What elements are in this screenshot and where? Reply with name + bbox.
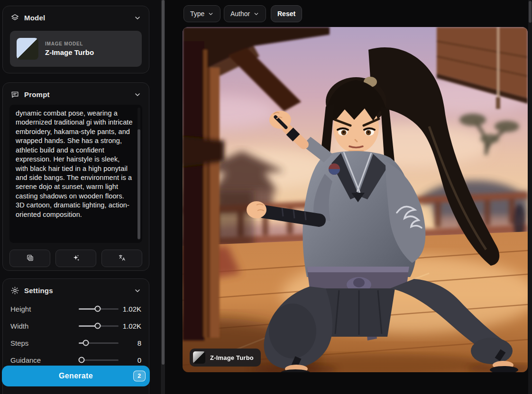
guidance-slider[interactable] (79, 357, 119, 363)
reset-filters-button[interactable]: Reset (271, 5, 302, 22)
setting-row-width: Width 1.02K (3, 317, 149, 334)
setting-value: 0 (138, 356, 141, 364)
prompt-scrollbar[interactable] (138, 107, 140, 240)
chevron-down-icon (208, 11, 214, 17)
slider-handle[interactable] (78, 357, 84, 363)
layers-icon (10, 13, 19, 22)
height-slider[interactable] (79, 305, 119, 312)
chevron-down-icon[interactable] (134, 287, 141, 295)
setting-label: Width (10, 322, 28, 330)
steps-slider[interactable] (79, 340, 119, 346)
chevron-down-icon (253, 11, 259, 17)
random-prompt-button[interactable] (9, 250, 50, 267)
prompt-actions (9, 250, 142, 267)
setting-row-height: Height 1.02K (3, 300, 149, 317)
prompt-scrollbar-thumb[interactable] (138, 129, 140, 239)
model-logo-icon (193, 351, 205, 364)
setting-row-steps: Steps 8 (3, 334, 149, 351)
model-type-label: IMAGE MODEL (45, 41, 94, 46)
chat-icon (10, 90, 19, 99)
sparkles-icon (72, 254, 80, 263)
app-window: Model IMAGE MODEL Z-Image Turbo Prompt (0, 0, 532, 394)
generate-label: Generate (2, 372, 150, 380)
generate-button[interactable]: Generate 2 (2, 366, 150, 386)
width-slider[interactable] (79, 322, 119, 329)
type-filter-dropdown[interactable]: Type (183, 5, 220, 22)
prompt-text: dynamic combat pose, wearing a modernize… (16, 109, 133, 219)
model-name: Z-Image Turbo (45, 48, 94, 56)
slider-handle[interactable] (95, 323, 101, 329)
generated-image[interactable]: Z-Image Turbo (183, 27, 528, 372)
model-section-title: Model (24, 14, 129, 22)
slider-handle[interactable] (83, 340, 89, 346)
type-filter-label: Type (190, 10, 204, 18)
sidebar: Model IMAGE MODEL Z-Image Turbo Prompt (0, 0, 160, 394)
chevron-down-icon[interactable] (134, 14, 141, 22)
generate-credits-badge: 2 (133, 371, 146, 382)
sidebar-scrollbar-thumb[interactable] (162, 0, 165, 365)
generated-image-art (183, 27, 528, 372)
author-filter-label: Author (230, 10, 250, 18)
setting-label: Guidance (10, 356, 41, 364)
slider-handle[interactable] (95, 306, 101, 312)
model-selector[interactable]: IMAGE MODEL Z-Image Turbo (10, 31, 142, 67)
enhance-prompt-button[interactable] (55, 250, 96, 267)
sidebar-scrollbar[interactable] (161, 0, 165, 394)
window-scrollbar[interactable] (528, 0, 532, 394)
setting-value: 1.02K (123, 322, 141, 330)
dice-icon (26, 254, 34, 263)
prompt-section: Prompt dynamic combat pose, wearing a mo… (2, 82, 149, 271)
model-section: Model IMAGE MODEL Z-Image Turbo (2, 6, 149, 73)
prompt-textarea[interactable]: dynamic combat pose, wearing a modernize… (9, 105, 142, 243)
image-model-badge: Z-Image Turbo (190, 349, 261, 367)
window-scrollbar-thumb[interactable] (529, 1, 532, 23)
chevron-down-icon[interactable] (134, 91, 141, 98)
gear-icon (10, 286, 19, 295)
setting-label: Height (10, 305, 31, 313)
model-logo-icon (17, 38, 38, 60)
setting-value: 8 (138, 339, 141, 347)
prompt-section-title: Prompt (24, 90, 129, 98)
author-filter-dropdown[interactable]: Author (224, 5, 266, 22)
translate-icon (118, 254, 126, 263)
translate-prompt-button[interactable] (101, 250, 142, 267)
setting-value: 1.02K (123, 305, 141, 313)
settings-section-title: Settings (24, 287, 129, 295)
image-model-badge-label: Z-Image Turbo (210, 354, 254, 361)
reset-label: Reset (277, 10, 295, 18)
setting-label: Steps (10, 339, 28, 347)
